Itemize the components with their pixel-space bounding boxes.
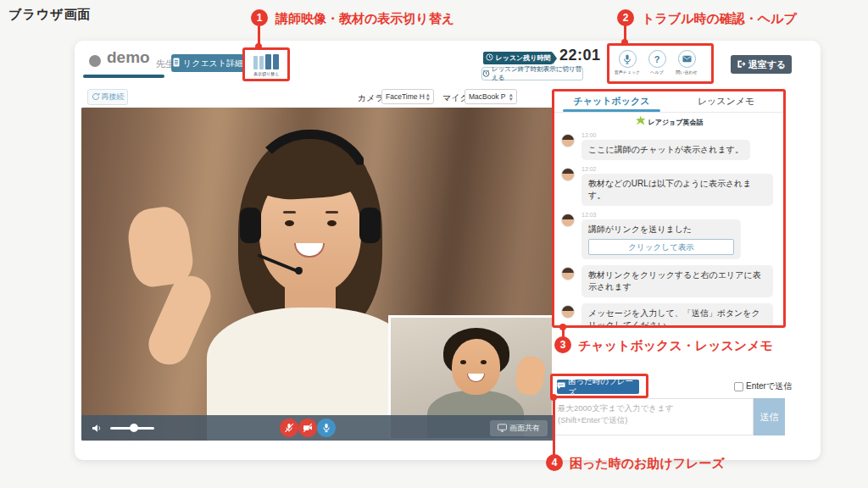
- camera-select-value: FaceTime H: [386, 92, 425, 101]
- annotation-label-2: トラブル時の確認・ヘルプ: [642, 11, 797, 27]
- teacher-avatar: [561, 168, 575, 181]
- teacher-video: 画面共有: [81, 108, 554, 441]
- clock-icon: [486, 53, 493, 63]
- chevron-updown-icon: ▴▾: [509, 92, 513, 101]
- annotation-label-3: チャットボックス・レッスンメモ: [578, 338, 773, 354]
- chat-message: メッセージを入力して、「送信」ボタンをクリックしてください。: [559, 303, 778, 327]
- reconnect-button[interactable]: 再接続: [87, 89, 128, 105]
- screenshot-root: ブラウザ画面 demo 先生 リクエスト詳細 表示切り替え レッスン残り時間 2…: [0, 0, 868, 488]
- annotation-label-1: 講師映像・教材の表示切り替え: [275, 11, 454, 27]
- layout-bars-icon: [253, 54, 279, 69]
- annotation-dot-4: [550, 394, 557, 401]
- remaining-time-label: レッスン残り時間: [496, 53, 551, 63]
- leave-room-button[interactable]: 退室する: [731, 55, 792, 74]
- message-timestamp: 12:03: [581, 212, 778, 218]
- remaining-time-badge: レッスン残り時間: [483, 52, 553, 64]
- chat-message-list: 12:00 ここに講師のチャットが表示されます。 12:02 教材などのURLは…: [554, 132, 783, 327]
- mic-on-button[interactable]: [317, 419, 336, 437]
- message-input[interactable]: 最大2000文字まで入力できます (Shift+Enterで送信): [552, 398, 754, 435]
- mic-select-value: MacBook P: [469, 92, 505, 101]
- click-to-view-button[interactable]: クリックして表示: [588, 239, 734, 255]
- annotation-number-4: 4: [546, 454, 563, 471]
- annotation-dot-3: [559, 324, 566, 330]
- annotation-number-1: 1: [251, 9, 268, 26]
- exit-icon: [737, 59, 746, 70]
- message-timestamp: 12:02: [581, 166, 778, 172]
- mic-muted-button[interactable]: [280, 419, 298, 437]
- end-time-switch-label: レッスン終了時刻表示に切り替える: [492, 65, 582, 82]
- teacher-name-underline: [83, 75, 164, 78]
- message-bubble: メッセージを入力して、「送信」ボタンをクリックしてください。: [581, 303, 773, 327]
- annotation-label-4: 困った時のお助けフレーズ: [570, 456, 725, 472]
- teacher-status-dot: [89, 55, 101, 67]
- annotation-number-2: 2: [617, 9, 634, 26]
- help-phrases-button[interactable]: 困った時のフレーズ: [557, 380, 639, 394]
- question-icon: ?: [648, 50, 666, 68]
- enter-send-option: Enterで送信: [734, 380, 792, 392]
- monitor-icon: [498, 424, 507, 434]
- contact-button[interactable]: 問い合わせ: [671, 50, 702, 75]
- teacher-avatar: [561, 305, 575, 319]
- message-timestamp: 12:00: [581, 132, 778, 138]
- screen-share-button[interactable]: 画面共有: [490, 420, 548, 436]
- audio-check-button[interactable]: 音声チェック: [612, 50, 643, 75]
- document-icon: [172, 58, 181, 69]
- tab-lesson-memo[interactable]: レッスンメモ: [669, 90, 783, 112]
- camera-select[interactable]: FaceTime H ▴▾: [381, 89, 434, 104]
- remaining-time-value: 22:01: [559, 47, 601, 64]
- display-toggle-label: 表示切り替え: [253, 71, 279, 76]
- chat-panel: チャットボックス レッスンメモ レアジョブ英会話 12:00 ここに講師のチャッ…: [554, 90, 783, 327]
- chat-message: 12:00 ここに講師のチャットが表示されます。: [559, 132, 778, 160]
- chat-message: 12:03 講師がリンクを送りました クリックして表示: [559, 212, 778, 259]
- chevron-updown-icon: ▴▾: [426, 92, 430, 101]
- help-label: ヘルプ: [650, 69, 663, 75]
- chat-message: 教材リンクをクリックすると右のエリアに表示されます: [559, 265, 778, 297]
- teacher-name: demo: [107, 48, 150, 67]
- help-phrases-label: 困った時のフレーズ: [568, 376, 639, 398]
- message-bubble: 教材リンクをクリックすると右のエリアに表示されます: [581, 265, 773, 297]
- request-detail-button[interactable]: リクエスト詳細: [171, 54, 244, 72]
- annotation-line-4: [553, 398, 555, 455]
- display-toggle-button[interactable]: 表示切り替え: [245, 50, 287, 80]
- screen-share-label: 画面共有: [509, 423, 540, 434]
- brand-logo: レアジョブ英会話: [554, 113, 783, 131]
- video-control-bar: 画面共有: [81, 415, 554, 441]
- annotation-number-3: 3: [554, 336, 571, 353]
- message-text: 講師がリンクを送りました: [588, 225, 692, 234]
- mic-select[interactable]: MacBook P ▴▾: [465, 89, 517, 104]
- tab-chatbox[interactable]: チャットボックス: [554, 90, 669, 112]
- chat-bubble-icon: [557, 382, 565, 391]
- send-button[interactable]: 送信: [754, 398, 785, 435]
- headset-mic: [295, 267, 303, 274]
- annotation-dot-1: [255, 43, 262, 50]
- camera-label: カメラ: [358, 92, 384, 104]
- chat-tabs: チャットボックス レッスンメモ: [554, 90, 783, 113]
- logo-star-icon: [635, 114, 646, 130]
- message-bubble: 教材などのURLは以下のように表示されます。: [581, 174, 773, 206]
- input-placeholder-line2: (Shift+Enterで送信): [558, 414, 748, 426]
- teacher-avatar: [561, 214, 575, 227]
- enter-send-checkbox[interactable]: [734, 382, 743, 391]
- help-button[interactable]: ? ヘルプ: [642, 50, 672, 75]
- input-placeholder-line1: 最大2000文字まで入力できます: [558, 402, 748, 414]
- alarm-clock-icon: [482, 69, 490, 79]
- message-bubble: ここに講師のチャットが表示されます。: [581, 140, 750, 160]
- audio-check-label: 音声チェック: [615, 69, 640, 75]
- end-time-switch-button[interactable]: レッスン終了時刻表示に切り替える: [481, 67, 583, 80]
- contact-label: 問い合わせ: [676, 69, 697, 75]
- volume-slider-thumb[interactable]: [130, 424, 138, 432]
- page-title: ブラウザ画面: [8, 7, 91, 23]
- message-bubble: 講師がリンクを送りました クリックして表示: [581, 219, 741, 259]
- mic-icon: [619, 50, 637, 68]
- logo-text: レアジョブ英会話: [648, 118, 704, 127]
- teacher-avatar: [561, 267, 575, 280]
- teacher-avatar: [561, 134, 575, 147]
- request-detail-label: リクエスト詳細: [183, 58, 243, 69]
- speaker-icon[interactable]: [92, 422, 103, 437]
- camera-off-button[interactable]: [298, 419, 317, 437]
- mail-icon: [678, 50, 696, 68]
- reconnect-label: 再接続: [102, 92, 125, 103]
- lesson-room-window: demo 先生 リクエスト詳細 表示切り替え レッスン残り時間 22:01 レッ…: [75, 41, 821, 460]
- leave-room-label: 退室する: [748, 58, 787, 71]
- chat-message: 12:02 教材などのURLは以下のように表示されます。: [559, 166, 778, 206]
